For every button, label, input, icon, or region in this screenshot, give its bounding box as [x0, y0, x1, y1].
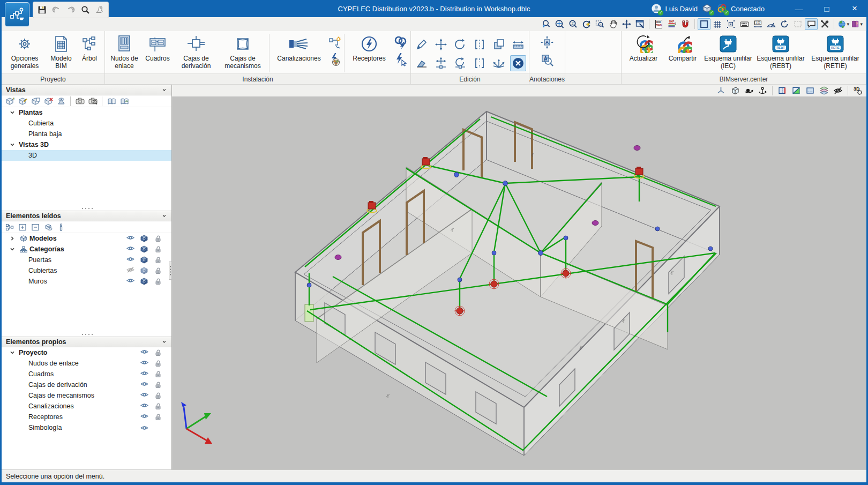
rotate-element-tool[interactable]	[452, 55, 468, 71]
collapse-chevron-icon[interactable]	[161, 340, 167, 344]
cube-icon[interactable]	[137, 235, 151, 242]
model-sync-icon[interactable]: ✓	[702, 3, 713, 14]
lock-open-icon[interactable]	[151, 245, 165, 253]
save-button[interactable]	[35, 4, 48, 17]
copy-tool[interactable]	[491, 36, 507, 53]
tree-item-planta-baja[interactable]: Planta baja	[2, 129, 171, 139]
cajas-de-derivacion-button[interactable]: Cajas de derivación	[174, 33, 218, 71]
dxf-dwg-templates-icon[interactable]: DXFDWG	[652, 18, 665, 30]
redraw-icon[interactable]	[580, 18, 593, 30]
arbol-button[interactable]: Árbol	[77, 33, 102, 63]
eye-icon[interactable]	[137, 370, 151, 378]
panel-header-elementos-propios[interactable]: Elementos propios	[2, 337, 171, 347]
eye-icon[interactable]	[137, 413, 151, 421]
esquema-unifilar-rebt-button[interactable]: REBT Esquema unifilar (REBT)	[754, 33, 807, 71]
zoom-previous-icon[interactable]	[540, 18, 552, 30]
configuration-tools-icon[interactable]	[818, 18, 831, 30]
tree-node-plantas[interactable]: Plantas	[2, 107, 171, 118]
modelo-bim-button[interactable]: Modelo BIM	[45, 33, 77, 71]
tree-node-vistas-3d[interactable]: Vistas 3D	[2, 139, 171, 150]
actualizar-button[interactable]: Actualizar	[624, 33, 663, 63]
zoom-window-icon[interactable]	[553, 18, 566, 30]
panel-header-elementos-leidos[interactable]: Elementos leídos	[2, 211, 171, 221]
zoom-box-icon[interactable]	[593, 18, 606, 30]
lock-open-icon[interactable]	[151, 349, 165, 356]
cube-icon[interactable]	[137, 278, 151, 285]
esquema-unifilar-iec-button[interactable]: Esquema unifilar (IEC)	[702, 33, 754, 71]
section-planes-icon[interactable]	[790, 85, 803, 96]
mirror-copy-tool[interactable]	[472, 36, 488, 53]
tree-item-simbologia[interactable]: Simbología	[2, 422, 171, 433]
chevron-right-icon[interactable]	[10, 236, 15, 241]
cuadros-button[interactable]: Cuadros	[141, 33, 174, 63]
clip-box-icon[interactable]	[804, 85, 817, 96]
scale-text-tool[interactable]: A	[539, 53, 555, 69]
tree-item-nudos-de-enlace[interactable]: Nudos de enlace	[2, 358, 171, 369]
eye-icon[interactable]	[123, 278, 137, 285]
language-globe-icon[interactable]: ▾	[837, 18, 850, 30]
lock-open-icon[interactable]	[151, 392, 165, 399]
tree-item-cajas-de-derivacion[interactable]: Cajas de derivación	[2, 379, 171, 390]
erase-tool[interactable]	[414, 55, 430, 71]
move-element-tool[interactable]	[433, 55, 449, 71]
panel-resize-handle[interactable]	[2, 332, 171, 337]
tree-structure-button[interactable]	[4, 222, 16, 233]
cube-icon[interactable]	[137, 256, 151, 264]
nudos-de-enlace-button[interactable]: Nudos de enlace	[108, 33, 141, 71]
chevron-down-icon[interactable]	[10, 142, 15, 147]
eye-icon[interactable]	[123, 245, 137, 253]
undo-button[interactable]	[50, 4, 63, 17]
rings-lightning-tool[interactable]	[393, 35, 408, 50]
redo-button[interactable]	[64, 4, 77, 17]
view-cone-button[interactable]	[55, 96, 67, 107]
eye-icon[interactable]	[137, 392, 151, 399]
isolate-view-button[interactable]	[42, 222, 54, 233]
info-button[interactable]	[55, 222, 67, 233]
orbit-scene-icon[interactable]	[742, 85, 755, 96]
grid-icon[interactable]	[711, 18, 724, 30]
isometric-view-icon[interactable]	[728, 85, 741, 96]
compartir-button[interactable]: Compartir	[663, 33, 702, 63]
tree-node-categorias[interactable]: Categorías	[2, 244, 171, 255]
lock-open-icon[interactable]	[151, 402, 165, 410]
tree-item-cubiertas[interactable]: Cubiertas	[2, 265, 171, 276]
3d-scene[interactable]	[172, 96, 866, 469]
maximize-button[interactable]: □	[815, 0, 839, 17]
eye-icon[interactable]	[137, 349, 151, 356]
opciones-generales-button[interactable]: Opciones generales	[4, 33, 45, 71]
duplicate-view-button[interactable]	[29, 96, 41, 107]
move-text-tool[interactable]: A	[539, 34, 555, 50]
keyboard-input-icon[interactable]	[738, 18, 751, 30]
zoom-scale-icon[interactable]: 2	[566, 18, 579, 30]
eye-icon[interactable]	[123, 256, 137, 264]
orbit-object-icon[interactable]	[756, 85, 769, 96]
chevron-down-icon[interactable]	[10, 350, 15, 355]
eye-off-icon[interactable]	[123, 267, 137, 274]
snap-points-icon[interactable]	[724, 18, 737, 30]
arc-icon[interactable]	[778, 18, 791, 30]
minimize-button[interactable]: —	[787, 0, 811, 17]
comments-icon[interactable]	[805, 18, 818, 30]
measure-tape-tool[interactable]	[510, 36, 526, 53]
cajas-de-mecanismos-button[interactable]: Cajas de mecanismos	[218, 33, 267, 71]
esquema-unifilar-retie-button[interactable]: RETIE Esquema unifilar (RETIE)	[807, 33, 863, 71]
lightning-select-tool[interactable]	[393, 52, 408, 67]
lock-open-icon[interactable]	[151, 256, 165, 264]
tree-item-cubierta[interactable]: Cubierta	[2, 118, 171, 129]
3d-options-icon[interactable]: 3D	[851, 85, 864, 96]
close-button[interactable]: ×	[843, 0, 866, 17]
eye-icon[interactable]	[137, 425, 151, 431]
lock-open-icon[interactable]	[151, 413, 165, 421]
tree-item-cuadros[interactable]: Cuadros	[2, 369, 171, 379]
collapse-chevron-icon[interactable]	[161, 88, 167, 92]
chevron-down-icon[interactable]	[10, 247, 15, 252]
tree-item-cajas-de-mecanismos[interactable]: Cajas de mecanismos	[2, 390, 171, 401]
print-button[interactable]	[93, 4, 106, 17]
new-view-button[interactable]: +	[4, 96, 16, 107]
connection-status[interactable]: ✓ Conectado	[717, 3, 765, 14]
send-to-window-icon[interactable]	[633, 18, 646, 30]
eye-icon[interactable]	[123, 235, 137, 242]
dxf-dwg-layers-icon[interactable]: DXF	[665, 18, 678, 30]
sidebar-collapse-grip[interactable]	[169, 262, 172, 280]
angle-protractor-icon[interactable]	[765, 18, 777, 30]
